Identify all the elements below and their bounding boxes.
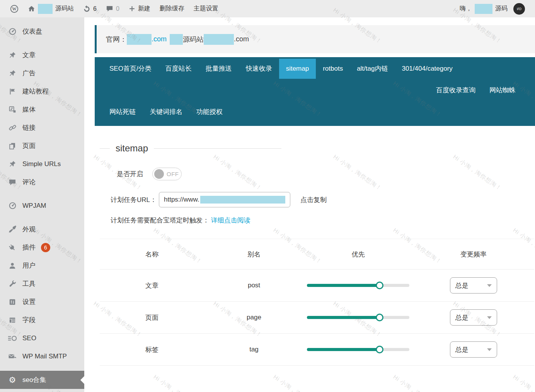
nav-tab-keyword-ranking[interactable]: 关键词排名 bbox=[143, 102, 189, 122]
nav-row-3: 网站死链关键词排名功能授权 bbox=[95, 101, 535, 123]
redacted-text bbox=[38, 4, 53, 14]
home-icon bbox=[28, 5, 35, 12]
sidebar-item-label: 文章 bbox=[22, 51, 36, 59]
nav-tab-rotbots[interactable]: rotbots bbox=[316, 59, 350, 79]
redacted-text bbox=[475, 4, 492, 14]
nav-row-1: SEO首页/分类百度站长批量推送快速收录sitemaprotbotsalt/ta… bbox=[95, 58, 535, 80]
sidebar-item-label: SEO bbox=[22, 334, 36, 342]
nav-tab-alt-tag-links[interactable]: alt/tag内链 bbox=[350, 59, 395, 79]
sidebar-item-label: 建站教程 bbox=[22, 87, 49, 96]
priority-slider[interactable] bbox=[307, 316, 409, 319]
copy-button[interactable]: 点击复制 bbox=[300, 195, 327, 204]
priority-slider[interactable] bbox=[307, 348, 409, 351]
sidebar-item-label: 工具 bbox=[22, 279, 36, 288]
greeting-suffix: 源码 bbox=[495, 5, 508, 13]
row-name: 标签 bbox=[100, 345, 204, 354]
sidebar-item-fields[interactable]: 字段 bbox=[0, 311, 84, 329]
comments-button[interactable]: 0 bbox=[101, 0, 124, 17]
sidebar-item-seo[interactable]: SEO bbox=[0, 329, 84, 347]
chevron-down-icon bbox=[487, 284, 492, 289]
chevron-down-icon bbox=[487, 348, 492, 353]
divider-line bbox=[100, 148, 110, 149]
slider-thumb[interactable] bbox=[376, 282, 383, 289]
nav-tab-quick-include[interactable]: 快速收录 bbox=[239, 59, 279, 79]
comments-count: 0 bbox=[116, 5, 119, 12]
chevron-down-icon bbox=[487, 316, 492, 321]
official-site-notice: 官网： .com 源码站 .com bbox=[95, 25, 535, 53]
slider-fill bbox=[307, 284, 380, 287]
sidebar-item-ads[interactable]: 广告 bbox=[0, 64, 84, 82]
svg-text:W: W bbox=[12, 7, 17, 11]
sidebar-item-plugins[interactable]: 插件6 bbox=[0, 238, 84, 256]
theme-settings-button[interactable]: 主题设置 bbox=[189, 0, 223, 17]
sidebar-item-posts[interactable]: 文章 bbox=[0, 46, 84, 64]
sidebar-item-settings[interactable]: 设置 bbox=[0, 293, 84, 311]
grid-icon bbox=[8, 316, 17, 324]
updates-count: 6 bbox=[93, 5, 97, 12]
site-name: 源码站 bbox=[55, 5, 74, 13]
admin-sidebar: 仪表盘文章广告建站教程媒体链接页面Simple URLs评论WPJAM外观插件6… bbox=[0, 17, 84, 392]
sidebar-item-wp-mail-smtp[interactable]: WP Mail SMTP bbox=[0, 347, 84, 365]
sidebar-item-simple-urls[interactable]: Simple URLs bbox=[0, 155, 84, 173]
nav-tab-sitemap[interactable]: sitemap bbox=[279, 59, 316, 79]
menu-separator bbox=[0, 365, 84, 371]
sidebar-item-appearance[interactable]: 外观 bbox=[0, 220, 84, 238]
pushpin-icon bbox=[8, 160, 17, 168]
nav-tab-seo-home[interactable]: SEO首页/分类 bbox=[102, 59, 158, 79]
priority-slider[interactable] bbox=[307, 284, 409, 287]
notice-label: 官网： bbox=[106, 35, 127, 44]
cron-url-input[interactable]: https://www. bbox=[159, 192, 290, 207]
new-content-button[interactable]: 新建 bbox=[124, 0, 155, 17]
sitemap-enable-toggle[interactable]: OFF bbox=[152, 168, 182, 180]
redacted-text bbox=[200, 196, 285, 204]
menu-separator bbox=[0, 41, 84, 46]
sidebar-item-tools[interactable]: 工具 bbox=[0, 275, 84, 293]
sidebar-item-site-tutorial[interactable]: 建站教程 bbox=[0, 82, 84, 100]
sidebar-item-comments[interactable]: 评论 bbox=[0, 173, 84, 191]
clear-cache-label: 删除缓存 bbox=[160, 5, 184, 13]
sidebar-item-label: 字段 bbox=[22, 316, 36, 324]
sidebar-item-label: seo合集 bbox=[22, 375, 46, 384]
frequency-select[interactable]: 总是 bbox=[450, 341, 497, 358]
sidebar-item-pages[interactable]: 页面 bbox=[0, 137, 84, 155]
nav-tab-baidu-index-query[interactable]: 百度收录查询 bbox=[429, 80, 482, 100]
theme-settings-label: 主题设置 bbox=[194, 5, 218, 13]
sidebar-item-dashboard[interactable]: 仪表盘 bbox=[0, 22, 84, 41]
nav-tab-301-404-category[interactable]: 301/404/category bbox=[395, 59, 459, 79]
slider-thumb[interactable] bbox=[376, 346, 383, 353]
sidebar-item-label: 页面 bbox=[22, 141, 36, 150]
official-site-link[interactable]: .com bbox=[152, 35, 167, 43]
sidebar-item-label: 插件 bbox=[22, 243, 36, 252]
main-content: 官网： .com 源码站 .com SEO首页/分类百度站长批量推送快速收录si… bbox=[84, 17, 535, 392]
read-more-link[interactable]: 详细点击阅读 bbox=[211, 217, 250, 224]
nav-tab-dead-links[interactable]: 网站死链 bbox=[102, 102, 143, 122]
sidebar-item-media[interactable]: 媒体 bbox=[0, 100, 84, 119]
enable-row: 是否开启 OFF bbox=[117, 168, 535, 180]
row-name: 文章 bbox=[100, 281, 204, 290]
sidebar-item-links[interactable]: 链接 bbox=[0, 119, 84, 137]
column-header: 变更频率 bbox=[412, 250, 534, 259]
frequency-select[interactable]: 总是 bbox=[450, 309, 497, 326]
sidebar-item-seo-collection[interactable]: ⚙seo合集 bbox=[0, 371, 84, 389]
site-menu[interactable]: 源码站 bbox=[23, 0, 78, 17]
nav-tab-site-spider[interactable]: 网站蜘蛛 bbox=[482, 80, 523, 100]
column-header: 别名 bbox=[204, 250, 304, 259]
sidebar-item-wpjam[interactable]: WPJAM bbox=[0, 197, 84, 215]
gauge-icon bbox=[8, 27, 17, 36]
wp-logo-button[interactable]: W bbox=[5, 0, 23, 17]
redacted-text bbox=[204, 34, 234, 45]
slider-thumb[interactable] bbox=[376, 314, 383, 321]
nav-tab-batch-push[interactable]: 批量推送 bbox=[199, 59, 239, 79]
updates-button[interactable]: 6 bbox=[78, 0, 101, 17]
nav-tab-feature-auth[interactable]: 功能授权 bbox=[189, 102, 230, 122]
account-menu[interactable]: 嗨， 源码 I/O bbox=[455, 0, 530, 17]
sidebar-item-users[interactable]: 用户 bbox=[0, 256, 84, 275]
table-row-post: 文章post 总是 bbox=[100, 270, 534, 302]
pushpin-icon bbox=[8, 51, 17, 59]
sidebar-item-label: 广告 bbox=[22, 69, 36, 78]
clear-cache-button[interactable]: 删除缓存 bbox=[155, 0, 189, 17]
nav-tab-baidu-webmaster[interactable]: 百度站长 bbox=[158, 59, 199, 79]
notice-site-text: 源码站 bbox=[183, 35, 204, 44]
frequency-select[interactable]: 总是 bbox=[450, 277, 497, 294]
link-icon bbox=[8, 124, 17, 132]
